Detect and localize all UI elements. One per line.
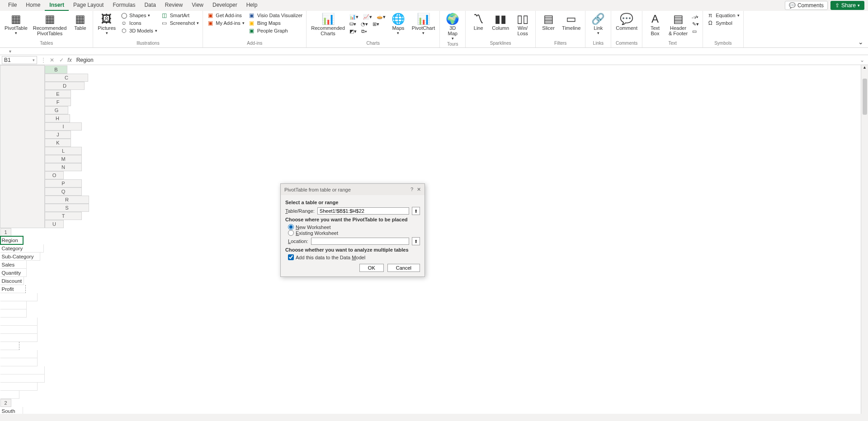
smartart-button[interactable]: ◫SmartArt — [160, 12, 200, 19]
col-header-D[interactable]: D — [45, 82, 85, 90]
col-header-L[interactable]: L — [45, 147, 82, 155]
tab-home[interactable]: Home — [21, 0, 45, 11]
cancel-formula-icon[interactable]: ✕ — [48, 57, 56, 63]
cell-P1[interactable] — [0, 350, 38, 358]
cell-E1[interactable]: Sales — [0, 261, 27, 269]
col-header-E[interactable]: E — [45, 90, 71, 98]
dialog-titlebar[interactable]: PivotTable from table or range ? ✕ — [281, 184, 425, 195]
col-header-Q[interactable]: Q — [45, 187, 82, 196]
col-header-U[interactable]: U — [45, 220, 64, 228]
col-header-N[interactable]: N — [45, 163, 82, 171]
cell-N1[interactable] — [0, 334, 38, 342]
cell-M1[interactable] — [0, 326, 38, 334]
data-model-checkbox[interactable] — [288, 254, 294, 260]
comments-button[interactable]: 💬Comments — [785, 1, 828, 10]
3dmap-button[interactable]: 🌍3D Map▾ — [443, 12, 462, 42]
vertical-scrollbar[interactable]: ▲ — [861, 65, 868, 414]
my-addins-button[interactable]: ▣My Add-ins▾ — [206, 19, 245, 27]
chart-type-7[interactable]: ◩▾ — [349, 28, 358, 35]
col-header-H[interactable]: H — [45, 114, 70, 122]
pictures-button[interactable]: 🖼Pictures▾ — [96, 12, 118, 36]
cell-R1[interactable] — [0, 366, 45, 374]
header-footer-button[interactable]: ▤Header & Footer — [667, 12, 689, 37]
cell-U1[interactable] — [0, 391, 19, 399]
icons-button[interactable]: ☺Icons — [119, 19, 158, 27]
formula-input[interactable]: Region — [74, 57, 856, 63]
cell-K1[interactable] — [0, 309, 27, 318]
slicer-button[interactable]: ▤Slicer — [538, 12, 558, 32]
tab-file[interactable]: File — [4, 0, 21, 11]
cell-J1[interactable] — [0, 301, 27, 309]
col-header-M[interactable]: M — [45, 155, 82, 163]
col-header-P[interactable]: P — [45, 179, 82, 187]
col-header-F[interactable]: F — [45, 98, 71, 106]
signature-button[interactable]: ✎▾ — [691, 21, 700, 28]
fx-label[interactable]: fx — [66, 57, 73, 63]
row-header-2[interactable]: 2 — [0, 399, 11, 407]
location-input[interactable] — [311, 238, 409, 245]
col-header-J[interactable]: J — [45, 131, 71, 139]
range-picker-icon[interactable]: ⬆ — [412, 207, 420, 215]
visio-button[interactable]: ▣Visio Data Visualizer — [247, 12, 303, 19]
chart-type-4[interactable]: ⛁▾ — [349, 21, 357, 28]
chart-type-2[interactable]: 📈▾ — [362, 14, 373, 20]
collapse-ribbon-button[interactable]: ⌄ — [854, 37, 868, 47]
tab-formulas[interactable]: Formulas — [108, 0, 140, 11]
recommended-pivottables-button[interactable]: ▦Recommended PivotTables — [31, 12, 69, 37]
chart-type-6[interactable]: ⊞▾ — [372, 21, 380, 28]
cell-H1[interactable]: Profit — [0, 285, 26, 293]
col-header-T[interactable]: T — [45, 212, 82, 220]
pivottable-button[interactable]: ▦PivotTable▾ — [3, 12, 29, 36]
chart-type-8[interactable]: ⧉▾ — [360, 28, 368, 35]
enter-formula-icon[interactable]: ✓ — [57, 57, 66, 63]
col-header-O[interactable]: O — [45, 171, 64, 179]
spark-wl-button[interactable]: ▯▯Win/ Loss — [513, 12, 533, 37]
col-header-S[interactable]: S — [45, 204, 89, 212]
expand-formula-icon[interactable]: ⌄ — [856, 57, 868, 63]
chevron-down-icon[interactable]: ▾ — [33, 58, 35, 62]
row-header-1[interactable]: 1 — [0, 228, 11, 236]
cell-B2[interactable]: South — [0, 407, 23, 414]
people-graph-button[interactable]: ▣People Graph — [247, 27, 303, 34]
cell-F1[interactable]: Quantity — [0, 269, 27, 277]
cell-C1[interactable]: Category — [0, 244, 44, 253]
chart-type-3[interactable]: 🥧▾ — [376, 14, 387, 20]
name-box[interactable]: B1▾ — [2, 56, 37, 64]
get-addins-button[interactable]: ▣Get Add-ins — [206, 12, 245, 19]
help-icon[interactable]: ? — [410, 187, 413, 192]
col-header-G[interactable]: G — [45, 106, 68, 114]
textbox-button[interactable]: AText Box — [645, 12, 665, 37]
comment-button[interactable]: 💬Comment — [614, 12, 639, 32]
col-header-C[interactable]: C — [45, 74, 88, 82]
customize-qat-icon[interactable]: ▾ — [9, 49, 11, 54]
existing-worksheet-radio[interactable] — [288, 230, 294, 236]
col-header-K[interactable]: K — [45, 139, 71, 147]
tab-view[interactable]: View — [187, 0, 208, 11]
col-header-R[interactable]: R — [45, 196, 89, 204]
location-picker-icon[interactable]: ⬆ — [412, 237, 420, 245]
cell-O1[interactable] — [0, 342, 19, 350]
col-header-I[interactable]: I — [45, 122, 82, 131]
screenshot-button[interactable]: ▭Screenshot▾ — [160, 19, 200, 27]
chart-type-5[interactable]: ◔▾ — [360, 21, 369, 28]
cancel-button[interactable]: Cancel — [387, 264, 420, 272]
ok-button[interactable]: OK — [359, 264, 384, 272]
bing-button[interactable]: ▣Bing Maps — [247, 19, 303, 27]
share-button[interactable]: ⇪Share▾ — [830, 1, 864, 10]
scroll-thumb[interactable] — [863, 79, 867, 115]
cell-B1[interactable]: Region — [0, 236, 23, 244]
col-header-B[interactable]: B — [45, 65, 67, 74]
tab-review[interactable]: Review — [160, 0, 187, 11]
tab-help[interactable]: Help — [242, 0, 262, 11]
new-worksheet-radio[interactable] — [288, 224, 294, 230]
cell-T1[interactable] — [0, 383, 38, 391]
timeline-button[interactable]: ▭Timeline — [560, 12, 582, 32]
equation-button[interactable]: πEquation▾ — [706, 12, 740, 19]
spark-col-button[interactable]: ▮▮Column — [490, 12, 511, 32]
select-all-corner[interactable] — [0, 65, 45, 228]
cell-D1[interactable]: Sub-Category — [0, 253, 40, 261]
tab-insert[interactable]: Insert — [45, 0, 69, 11]
cell-G1[interactable]: Discount — [0, 277, 24, 285]
object-button[interactable]: ▭ — [691, 28, 700, 35]
symbol-button[interactable]: ΩSymbol — [706, 19, 740, 27]
